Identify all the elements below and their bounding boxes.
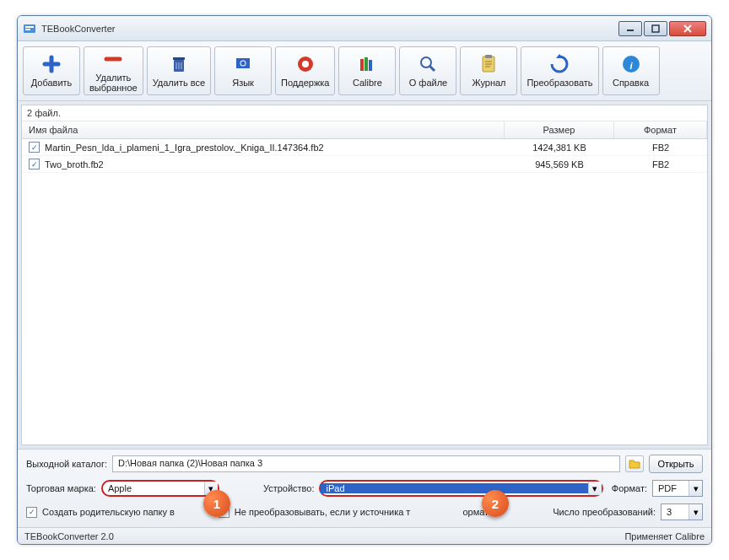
format-value: PDF [653, 483, 688, 493]
info-icon: i [621, 54, 641, 74]
header-name[interactable]: Имя файла [22, 121, 505, 138]
clipboard-icon [478, 54, 499, 74]
chevron-down-icon: ▾ [588, 482, 602, 495]
svg-rect-1 [25, 26, 34, 28]
file-name: Martin_Pesn_lda_i_plameni_1_Igra_prestol… [45, 143, 324, 153]
minus-icon [103, 49, 123, 69]
status-left: TEBookConverter 2.0 [24, 531, 114, 541]
svg-rect-21 [364, 57, 368, 71]
app-icon [23, 22, 36, 35]
file-count: 2 файл. [22, 105, 707, 121]
svg-point-19 [302, 61, 309, 67]
file-format: FB2 [614, 140, 707, 155]
close-button[interactable] [669, 21, 706, 36]
checkbox-icon[interactable]: ✓ [26, 507, 37, 518]
books-icon [357, 54, 377, 74]
svg-point-17 [241, 61, 246, 65]
app-window: TEBookConverter Добавить Удалить выбранн… [17, 15, 712, 545]
window-title: TEBookConverter [41, 24, 618, 34]
list-item[interactable]: ✓Martin_Pesn_lda_i_plameni_1_Igra_presto… [22, 139, 707, 156]
support-label: Поддержка [281, 78, 329, 88]
brand-combo[interactable]: Apple ▾ [101, 480, 219, 497]
brand-label: Торговая марка: [26, 483, 96, 493]
output-path-field[interactable]: D:\Новая папка (2)\Новая папка 3 [112, 455, 620, 472]
device-label: Устройство: [263, 483, 315, 493]
calibre-label: Calibre [353, 78, 382, 88]
format-combo[interactable]: PDF ▾ [652, 480, 703, 497]
remove-all-label: Удалить все [153, 78, 205, 88]
chevron-down-icon: ▾ [688, 481, 702, 496]
support-icon [295, 54, 316, 74]
skip-same-format-label: Не преобразовывать, если у источника т [235, 507, 411, 517]
help-label: Справка [613, 78, 649, 88]
support-button[interactable]: Поддержка [275, 46, 335, 95]
annotation-1: 1 [203, 490, 230, 517]
checkbox-icon[interactable]: ✓ [29, 159, 40, 170]
convert-icon [549, 54, 570, 74]
svg-rect-11 [173, 57, 185, 60]
header-size[interactable]: Размер [505, 121, 614, 138]
jobs-value: 3 [662, 507, 688, 517]
checkbox-icon[interactable]: ✓ [29, 142, 40, 153]
device-combo[interactable]: iPad ▾ [319, 480, 602, 497]
language-label: Язык [232, 78, 254, 88]
svg-line-24 [429, 66, 435, 71]
statusbar: TEBookConverter 2.0 Применяет Calibre [18, 527, 711, 544]
plus-icon [41, 54, 62, 74]
calibre-button[interactable]: Calibre [338, 46, 396, 95]
about-label: О файле [409, 78, 447, 88]
about-button[interactable]: О файле [399, 46, 456, 95]
list-item[interactable]: ✓Two_broth.fb2 945,569 KB FB2 [22, 156, 707, 173]
file-size: 945,569 KB [505, 157, 614, 172]
log-button[interactable]: Журнал [460, 46, 517, 95]
help-button[interactable]: i Справка [602, 46, 660, 95]
add-button[interactable]: Добавить [23, 46, 80, 95]
file-size: 1424,381 KB [505, 140, 614, 155]
jobs-combo[interactable]: 3 ▾ [661, 503, 703, 520]
toolbar: Добавить Удалить выбранное Удалить все Я… [18, 41, 711, 101]
open-button[interactable]: Открыть [649, 455, 703, 473]
file-format: FB2 [614, 157, 707, 172]
trash-icon [169, 54, 189, 74]
magnifier-icon [418, 54, 438, 74]
convert-button[interactable]: Преобразовать [521, 46, 598, 95]
remove-selected-label: Удалить выбранное [89, 73, 138, 93]
convert-label: Преобразовать [526, 78, 592, 88]
svg-rect-20 [360, 59, 364, 71]
content-area: 2 файл. Имя файла Размер Формат ✓Martin_… [21, 105, 708, 445]
chevron-down-icon: ▾ [688, 504, 702, 520]
format-label: Формат: [612, 483, 647, 493]
status-right: Применяет Calibre [624, 531, 705, 541]
maximize-button[interactable] [644, 21, 667, 36]
file-name: Two_broth.fb2 [45, 159, 104, 170]
svg-rect-2 [25, 29, 30, 30]
language-button[interactable]: Язык [214, 46, 272, 95]
folder-icon [629, 459, 640, 469]
svg-rect-26 [485, 55, 492, 58]
add-label: Добавить [31, 78, 73, 88]
annotation-2: 2 [482, 490, 509, 517]
remove-selected-button[interactable]: Удалить выбранное [84, 46, 143, 95]
device-value: iPad [321, 483, 587, 493]
list-body: ✓Martin_Pesn_lda_i_plameni_1_Igra_presto… [22, 139, 707, 444]
list-header: Имя файла Размер Формат [22, 121, 707, 139]
header-format[interactable]: Формат [614, 121, 707, 138]
titlebar: TEBookConverter [18, 16, 711, 41]
svg-rect-4 [652, 25, 659, 32]
minimize-button[interactable] [618, 21, 642, 36]
svg-rect-22 [369, 60, 372, 71]
create-folder-checkbox-label: Создать родительскую папку в [42, 507, 175, 517]
brand-value: Apple [103, 483, 204, 493]
output-label: Выходной каталог: [26, 459, 107, 469]
flag-icon [233, 54, 253, 74]
browse-button[interactable] [625, 455, 644, 472]
bottom-panel: Выходной каталог: D:\Новая папка (2)\Нов… [18, 449, 711, 527]
remove-all-button[interactable]: Удалить все [147, 46, 211, 95]
log-label: Журнал [472, 78, 505, 88]
jobs-label: Число преобразований: [553, 507, 656, 517]
